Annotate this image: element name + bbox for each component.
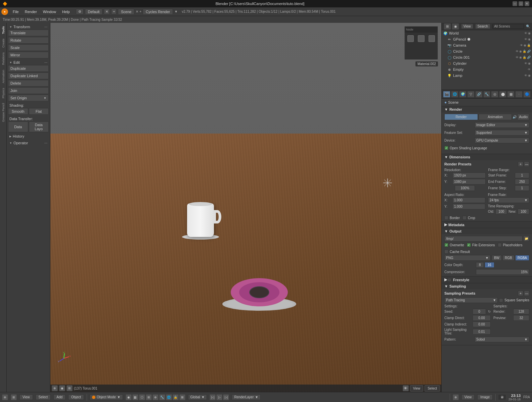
- outliner-item-cylinder[interactable]: ⬡ Cylinder 👁◉: [446, 60, 532, 66]
- animation-tab[interactable]: Animation: [1, 68, 6, 85]
- world-props-tab[interactable]: 🌍: [459, 91, 467, 98]
- engine-dropdown[interactable]: Cycles Render: [143, 9, 173, 15]
- bottom-icon-4[interactable]: ⊞: [146, 394, 152, 400]
- viewport-icon-2[interactable]: ◉: [59, 385, 65, 391]
- render-props-tab[interactable]: 🎬: [443, 91, 450, 98]
- presets-add-btn[interactable]: +: [518, 161, 523, 167]
- kf-icon-1[interactable]: |◁: [210, 394, 216, 400]
- overwrite-check[interactable]: [444, 243, 448, 247]
- engine-info-icons[interactable]: ⚙: [76, 9, 84, 14]
- frame-step-value[interactable]: 1: [515, 185, 530, 191]
- end-frame-value[interactable]: 250: [515, 179, 530, 185]
- material-props-tab[interactable]: ⬤: [499, 91, 506, 98]
- res-y-value[interactable]: 1080 px: [452, 179, 486, 185]
- cache-result-checkbox[interactable]: Cache Result: [444, 250, 470, 254]
- bottom-icon-7[interactable]: 🌐: [166, 394, 172, 400]
- placeholders-check[interactable]: [498, 243, 502, 247]
- blender-logo[interactable]: ●: [1, 8, 8, 15]
- operator-minus[interactable]: —: [44, 141, 47, 145]
- image-right-btn[interactable]: Image: [477, 394, 493, 400]
- maximize-button[interactable]: □: [519, 1, 523, 6]
- sampling-header[interactable]: ▼ Sampling: [442, 283, 532, 289]
- bottom-icon-6[interactable]: 🔧: [159, 394, 165, 400]
- data-props-tab[interactable]: ◎: [491, 91, 498, 98]
- history-header[interactable]: ▶ History: [8, 134, 49, 139]
- menu-help[interactable]: Help: [59, 9, 73, 14]
- browse-output-button[interactable]: 📁: [523, 236, 529, 242]
- crop-check[interactable]: [462, 216, 467, 220]
- light-sampling-value[interactable]: 0.01: [473, 329, 491, 335]
- sampling-presets-add[interactable]: +: [518, 291, 523, 296]
- constraint-props-tab[interactable]: 🔗: [475, 91, 483, 98]
- operator-header[interactable]: ▼ Operator —: [8, 140, 49, 146]
- layout-plus-button[interactable]: +: [111, 9, 117, 14]
- relations-tab[interactable]: Relations: [1, 50, 6, 67]
- flat-button[interactable]: Flat: [29, 108, 49, 115]
- menu-file[interactable]: File: [10, 9, 21, 14]
- layout-add-button[interactable]: ✕: [104, 9, 110, 14]
- res-x-value[interactable]: 1920 px: [452, 172, 486, 178]
- join-button[interactable]: Join: [8, 87, 49, 94]
- border-checkbox[interactable]: Border: [444, 216, 460, 220]
- kf-icon-2[interactable]: ▷: [216, 394, 222, 400]
- overwrite-checkbox[interactable]: Overwrite: [444, 243, 464, 247]
- output-header[interactable]: ▼ Output: [442, 228, 532, 234]
- smooth-button[interactable]: Smooth: [8, 108, 28, 115]
- render-samples-value[interactable]: 128: [513, 309, 529, 314]
- grease-pencil-tab[interactable]: Grease Pencil: [1, 101, 6, 124]
- select-btn-bottom[interactable]: Select: [36, 394, 51, 400]
- create-tab[interactable]: Create: [1, 37, 6, 50]
- clamp-direct-value[interactable]: 0.00: [473, 315, 491, 321]
- add-btn-bottom[interactable]: Add: [53, 394, 65, 400]
- status-icon-2[interactable]: ⊞: [11, 394, 17, 400]
- outliner-item-lamp[interactable]: 💡 Lamp 👁◉: [446, 72, 532, 79]
- set-origin-button[interactable]: Set Origin ▼: [8, 95, 49, 101]
- global-dropdown[interactable]: Global ▼: [188, 394, 207, 400]
- square-samples-check[interactable]: [499, 298, 503, 302]
- data-layout-button[interactable]: Data Layo: [29, 121, 49, 132]
- old-value[interactable]: 100: [495, 209, 507, 214]
- texture-props-tab[interactable]: ▦: [507, 91, 515, 98]
- outliner-view-btn[interactable]: View: [461, 24, 473, 29]
- outliner-item-empty[interactable]: ⊕ Empty 👁: [446, 66, 532, 72]
- freestyle-header[interactable]: ▶ □ Freestyle: [442, 277, 532, 283]
- modifier-props-tab[interactable]: 🔧: [483, 91, 491, 98]
- feature-set-dropdown[interactable]: Supported ▼: [475, 130, 529, 136]
- presets-remove-btn[interactable]: —: [524, 161, 529, 167]
- right-icon-1[interactable]: ⊕: [453, 394, 459, 400]
- data-button[interactable]: Data: [8, 121, 28, 132]
- menu-render[interactable]: Render: [22, 9, 40, 14]
- open-shading-checkbox[interactable]: Open Shading Language: [444, 146, 487, 150]
- border-check[interactable]: [444, 216, 448, 220]
- animation-tab[interactable]: Animation: [479, 114, 512, 120]
- select-button[interactable]: Select: [425, 385, 440, 392]
- duplicate-linked-button[interactable]: Duplicate Linked: [8, 72, 49, 79]
- crop-checkbox[interactable]: Crop: [462, 216, 475, 220]
- aspect-x-value[interactable]: 1.000: [452, 197, 485, 203]
- viewport-3d[interactable]: Node Material.002 X Z Y: [50, 23, 441, 392]
- seed-cycle-icon[interactable]: ↻: [488, 310, 491, 313]
- format-dropdown[interactable]: PNG ▼: [444, 255, 490, 261]
- render-tab[interactable]: Render: [444, 114, 478, 120]
- bottom-icon-5[interactable]: ⊕: [152, 394, 159, 400]
- audio-tab[interactable]: Audio: [517, 114, 529, 120]
- search-icon[interactable]: 🔍: [526, 24, 530, 28]
- file-ext-checkbox[interactable]: File Extensions: [467, 243, 495, 247]
- cache-result-check[interactable]: [444, 250, 448, 254]
- duplicate-button[interactable]: Duplicate: [8, 65, 49, 72]
- all-scenes-label[interactable]: All Scenes: [492, 24, 524, 29]
- outliner-item-world[interactable]: 🌍 World 👁◉: [442, 30, 532, 36]
- rgba-button[interactable]: RGBA: [515, 255, 529, 261]
- placeholders-checkbox[interactable]: Placeholders: [498, 243, 523, 247]
- viewport-icon-3[interactable]: ⊞: [66, 385, 73, 391]
- engine-arrow[interactable]: ▼: [174, 10, 178, 13]
- object-btn-bottom[interactable]: Object: [68, 394, 84, 400]
- outliner-item-circle[interactable]: ◯ Circle 👁◉🔒🔗: [446, 48, 532, 54]
- minimize-button[interactable]: ─: [513, 1, 517, 6]
- transform-header[interactable]: ▼ Transform —: [8, 24, 49, 30]
- render-section-header[interactable]: ▼ Render: [442, 106, 532, 112]
- outliner-item-gpencil[interactable]: ✏ GPencil 👁◉: [446, 36, 532, 42]
- view-right-btn[interactable]: View: [461, 394, 475, 400]
- new-value[interactable]: 100: [518, 209, 529, 214]
- outliner-item-circle001[interactable]: ◯ Circle.001 👁◉🔒🔗: [446, 54, 532, 60]
